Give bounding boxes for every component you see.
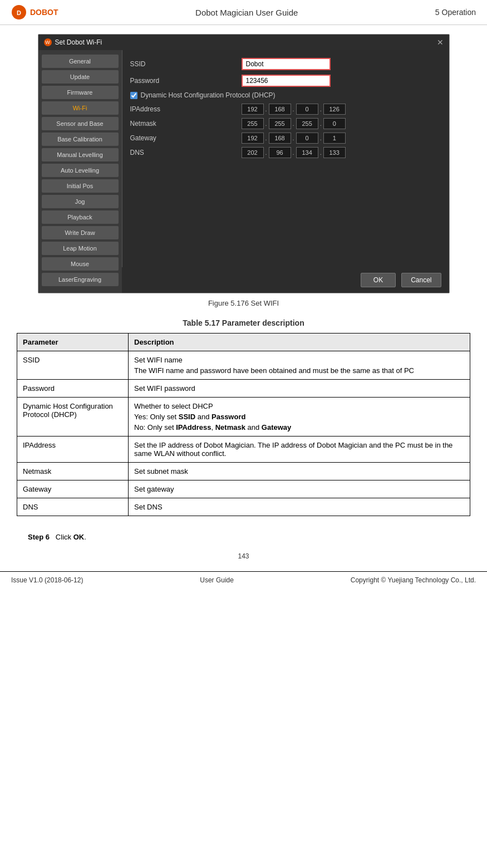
- ssid-input[interactable]: [242, 58, 331, 70]
- table-row: Gateway Set gateway: [17, 480, 470, 498]
- ip-octet-2[interactable]: [269, 104, 291, 115]
- sidebar-item-update[interactable]: Update: [42, 70, 119, 84]
- dns-octet-1[interactable]: [242, 147, 264, 158]
- sidebar-item-write-draw[interactable]: Write Draw: [42, 226, 119, 239]
- form-panel: SSID Password Dynamic Host Configuration…: [122, 50, 449, 267]
- page-content: W Set Dobot Wi-Fi ✕ General Update Firmw…: [0, 25, 487, 550]
- param-cell-ipaddress: IPAddress: [17, 437, 129, 463]
- ip-octet-3[interactable]: [296, 104, 318, 115]
- dhcp-checkbox[interactable]: [130, 92, 137, 99]
- sidebar-item-leap-motion[interactable]: Leap Motion: [42, 242, 119, 255]
- param-cell-ssid: SSID: [17, 351, 129, 380]
- desc-cell-dns: Set DNS: [129, 498, 470, 516]
- sidebar-item-initial-pos[interactable]: Initial Pos: [42, 179, 119, 193]
- gateway-octet-3[interactable]: [296, 133, 318, 144]
- netmask-octet-1[interactable]: [242, 118, 264, 129]
- password-input[interactable]: [242, 75, 331, 87]
- dialog-close-button[interactable]: ✕: [437, 38, 444, 47]
- desc-line: Set WIFI name: [134, 356, 464, 364]
- netmask-octet-3[interactable]: [296, 118, 318, 129]
- desc-line: No: Only set IPAddress, Netmask and Gate…: [134, 423, 464, 431]
- gateway-octet-1[interactable]: [242, 133, 264, 144]
- ip-octet-1[interactable]: [242, 104, 264, 115]
- footer-issue: Issue V1.0 (2018-06-12): [11, 576, 83, 584]
- desc-line: Whether to select DHCP: [134, 402, 464, 410]
- sidebar-item-jog[interactable]: Jog: [42, 195, 119, 208]
- param-cell-password: Password: [17, 380, 129, 398]
- sidebar-item-sensor-base[interactable]: Sensor and Base: [42, 117, 119, 130]
- desc-cell-ssid: Set WIFI name The WIFI name and password…: [129, 351, 470, 380]
- bold-password: Password: [211, 413, 245, 421]
- dialog-title-label: Set Dobot Wi-Fi: [55, 38, 102, 46]
- desc-line: The WIFI name and password have been obt…: [134, 366, 464, 375]
- ip-octet-4[interactable]: [323, 104, 346, 115]
- dhcp-label: Dynamic Host Configuration Protocol (DHC…: [141, 91, 276, 99]
- gateway-octet-2[interactable]: [269, 133, 291, 144]
- desc-cell-dhcp: Whether to select DHCP Yes: Only set SSI…: [129, 398, 470, 437]
- dns-fields: . . .: [242, 147, 346, 158]
- dns-label: DNS: [130, 149, 242, 156]
- bold-ipaddress: IPAddress: [176, 423, 211, 431]
- table-row: SSID Set WIFI name The WIFI name and pas…: [17, 351, 470, 380]
- step-section: Step 6 Click OK.: [17, 527, 470, 541]
- netmask-row: Netmask . . .: [130, 118, 441, 129]
- sidebar-item-manual-levelling[interactable]: Manual Levelling: [42, 148, 119, 161]
- dns-octet-4[interactable]: [323, 147, 346, 158]
- gateway-octet-4[interactable]: [323, 133, 346, 144]
- page-header: D DOBOT Dobot Magician User Guide 5 Oper…: [0, 0, 487, 25]
- sidebar-item-base-calibration[interactable]: Base Calibration: [42, 133, 119, 146]
- sidebar-item-wifi[interactable]: Wi-Fi: [42, 101, 119, 115]
- dobot-logo-icon: D: [11, 4, 27, 20]
- footer-copyright: Copyright © Yuejiang Technology Co., Ltd…: [351, 576, 476, 584]
- ipaddress-label: IPAddress: [130, 105, 242, 113]
- netmask-octet-2[interactable]: [269, 118, 291, 129]
- param-cell-netmask: Netmask: [17, 463, 129, 480]
- desc-cell-netmask: Set subnet mask: [129, 463, 470, 480]
- step-label: Step 6 Click OK.: [28, 533, 86, 541]
- ok-bold: OK: [73, 533, 85, 541]
- sidebar-item-laser-engraving[interactable]: LaserEngraving: [42, 273, 119, 286]
- ip-dot-3: .: [319, 106, 322, 112]
- desc-line: Yes: Only set SSID and Password: [134, 413, 464, 421]
- desc-cell-password: Set WIFI password: [129, 380, 470, 398]
- password-label: Password: [130, 77, 242, 85]
- table-row: Dynamic Host Configuration Protocol (DHC…: [17, 398, 470, 437]
- sidebar-item-general[interactable]: General: [42, 55, 119, 68]
- parameter-table: Parameter Description SSID Set WIFI name…: [17, 333, 470, 516]
- dhcp-row: Dynamic Host Configuration Protocol (DHC…: [130, 91, 441, 99]
- page-footer: Issue V1.0 (2018-06-12) User Guide Copyr…: [0, 571, 487, 589]
- ipaddress-fields: . . .: [242, 104, 346, 115]
- sidebar-item-auto-levelling[interactable]: Auto Levelling: [42, 164, 119, 177]
- ssid-row: SSID: [130, 58, 441, 70]
- dialog-footer: OK Cancel: [122, 267, 449, 293]
- wifi-dialog-screenshot: W Set Dobot Wi-Fi ✕ General Update Firmw…: [38, 34, 450, 293]
- logo-area: D DOBOT: [11, 4, 58, 20]
- svg-text:D: D: [17, 9, 21, 16]
- sidebar-item-firmware[interactable]: Firmware: [42, 86, 119, 99]
- table-caption: Table 5.17 Parameter description: [17, 318, 470, 327]
- sidebar-item-playback[interactable]: Playback: [42, 210, 119, 224]
- sidebar-item-mouse[interactable]: Mouse: [42, 257, 119, 271]
- param-cell-gateway: Gateway: [17, 480, 129, 498]
- figure-caption: Figure 5.176 Set WIFI: [17, 299, 470, 307]
- netmask-label: Netmask: [130, 120, 242, 127]
- col-header-parameter: Parameter: [17, 334, 129, 351]
- table-row: Netmask Set subnet mask: [17, 463, 470, 480]
- table-row: Password Set WIFI password: [17, 380, 470, 398]
- page-number: 143: [0, 550, 487, 560]
- sidebar-nav: General Update Firmware Wi-Fi Sensor and…: [38, 50, 122, 293]
- cancel-button[interactable]: Cancel: [401, 273, 441, 287]
- bold-ssid: SSID: [179, 413, 195, 421]
- desc-cell-ipaddress: Set the IP address of Dobot Magician. Th…: [129, 437, 470, 463]
- dns-octet-2[interactable]: [269, 147, 291, 158]
- dns-octet-3[interactable]: [296, 147, 318, 158]
- desc-cell-gateway: Set gateway: [129, 480, 470, 498]
- dialog-title-text: W Set Dobot Wi-Fi: [44, 38, 102, 46]
- logo-text: DOBOT: [30, 8, 58, 17]
- netmask-octet-4[interactable]: [323, 118, 346, 129]
- bold-netmask: Netmask: [215, 423, 245, 431]
- table-row: DNS Set DNS: [17, 498, 470, 516]
- ok-button[interactable]: OK: [361, 273, 396, 287]
- gateway-fields: . . .: [242, 133, 346, 144]
- ip-dot-1: .: [265, 106, 268, 112]
